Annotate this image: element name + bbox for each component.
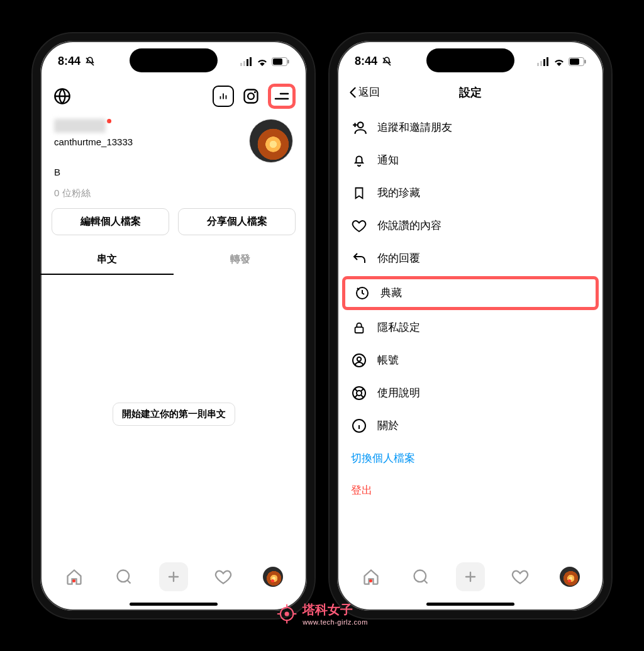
menu-button-highlight (268, 84, 296, 109)
svg-rect-13 (540, 61, 542, 66)
settings-item-archive[interactable]: 典藏 (342, 276, 599, 310)
lock-icon (351, 320, 367, 336)
nav-home-icon[interactable] (357, 562, 386, 591)
dynamic-island (426, 48, 514, 72)
svg-point-19 (358, 122, 364, 128)
help-icon (351, 385, 367, 401)
settings-label: 追蹤和邀請朋友 (377, 120, 452, 135)
back-button[interactable]: 返回 (348, 85, 380, 99)
settings-item-saved[interactable]: 我的珍藏 (337, 177, 604, 209)
nav-search-icon[interactable] (109, 562, 138, 591)
user-circle-icon (351, 352, 367, 369)
svg-point-22 (353, 354, 365, 367)
svg-point-29 (286, 612, 289, 615)
settings-item-privacy[interactable]: 隱私設定 (337, 311, 604, 344)
status-time: 8:44 (58, 55, 80, 68)
settings-item-notifications[interactable]: 通知 (337, 144, 604, 177)
share-profile-button[interactable]: 分享個人檔案 (178, 208, 296, 235)
settings-label: 使用說明 (377, 386, 420, 400)
edit-profile-button[interactable]: 編輯個人檔案 (52, 208, 169, 235)
settings-item-help[interactable]: 使用說明 (337, 377, 604, 409)
svg-rect-21 (355, 327, 364, 333)
globe-icon[interactable] (52, 86, 73, 107)
battery-icon (272, 57, 289, 66)
profile-bio: B (40, 165, 307, 179)
phone-profile: 8:44 (33, 33, 314, 618)
svg-rect-2 (247, 59, 248, 66)
reply-icon (351, 250, 367, 267)
battery-icon (569, 57, 586, 66)
svg-point-11 (117, 570, 129, 582)
instagram-icon[interactable] (240, 86, 262, 107)
settings-item-account[interactable]: 帳號 (337, 344, 604, 377)
cellular-icon (537, 57, 550, 66)
wifi-icon (256, 57, 269, 66)
settings-label: 你的回覆 (377, 251, 420, 265)
nav-profile-icon[interactable] (555, 562, 584, 591)
svg-rect-14 (543, 59, 545, 66)
home-indicator (426, 603, 514, 606)
watermark: 塔科女子 www.tech-girlz.com (276, 601, 368, 626)
nav-create-icon[interactable] (159, 562, 188, 591)
svg-rect-15 (547, 57, 548, 66)
settings-label: 你說讚的內容 (377, 218, 441, 233)
profile-header: canthurtme_13333 (40, 113, 307, 165)
profile-tabs: 串文 轉發 (40, 245, 307, 275)
svg-point-27 (414, 570, 426, 582)
settings-item-about[interactable]: 關於 (337, 409, 604, 442)
silent-icon (84, 56, 96, 67)
create-first-thread-button[interactable]: 開始建立你的第一則串文 (113, 403, 235, 426)
svg-rect-0 (240, 63, 242, 66)
svg-point-23 (357, 357, 361, 360)
heart-icon (351, 218, 367, 234)
settings-item-liked[interactable]: 你說讚的內容 (337, 209, 604, 242)
settings-label: 隱私設定 (377, 320, 420, 335)
tab-posts[interactable]: 串文 (40, 245, 174, 275)
settings-item-replies[interactable]: 你的回覆 (337, 242, 604, 275)
notification-dot (107, 119, 111, 123)
nav-create-icon[interactable] (456, 562, 485, 591)
svg-rect-12 (537, 63, 539, 66)
nav-profile-icon[interactable] (258, 562, 287, 591)
settings-list: 追蹤和邀請朋友 通知 我的珍藏 你說讚的內容 你的回覆 (337, 108, 604, 510)
settings-label: 我的珍藏 (377, 186, 420, 200)
wifi-icon (553, 57, 565, 66)
settings-item-follow-invite[interactable]: 追蹤和邀請朋友 (337, 111, 604, 144)
home-indicator (130, 603, 218, 606)
svg-rect-5 (273, 58, 282, 65)
watermark-title: 塔科女子 (303, 603, 353, 616)
svg-rect-6 (288, 60, 289, 64)
svg-point-25 (357, 391, 362, 396)
archive-clock-icon (354, 285, 370, 301)
switch-profile-link[interactable]: 切換個人檔案 (337, 442, 604, 474)
settings-header: 返回 設定 (337, 79, 604, 108)
dynamic-island (130, 48, 218, 72)
followers-count[interactable]: 0 位粉絲 (40, 179, 307, 208)
back-label: 返回 (358, 85, 380, 99)
settings-label: 典藏 (380, 286, 402, 300)
add-user-icon (351, 120, 367, 136)
nav-activity-icon[interactable] (209, 562, 238, 591)
settings-label: 帳號 (377, 353, 399, 367)
watermark-logo-icon (276, 603, 297, 625)
svg-rect-18 (585, 60, 586, 64)
logout-link[interactable]: 登出 (337, 474, 604, 506)
nav-search-icon[interactable] (406, 562, 435, 591)
bell-icon (351, 152, 367, 169)
info-icon (351, 418, 367, 434)
cellular-icon (240, 57, 253, 66)
empty-feed: 開始建立你的第一則串文 (40, 275, 307, 554)
nav-home-icon[interactable] (60, 562, 89, 591)
bookmark-icon (351, 185, 367, 201)
nav-activity-icon[interactable] (506, 562, 535, 591)
watermark-url: www.tech-girlz.com (303, 618, 368, 626)
settings-label: 關於 (377, 418, 399, 433)
silent-icon (381, 56, 392, 67)
menu-icon[interactable] (272, 88, 291, 104)
avatar[interactable] (249, 119, 293, 163)
insights-icon[interactable] (213, 86, 234, 107)
bottom-nav (40, 554, 307, 611)
tab-reposts[interactable]: 轉發 (174, 245, 307, 275)
settings-label: 通知 (377, 153, 399, 167)
settings-title: 設定 (459, 85, 482, 100)
